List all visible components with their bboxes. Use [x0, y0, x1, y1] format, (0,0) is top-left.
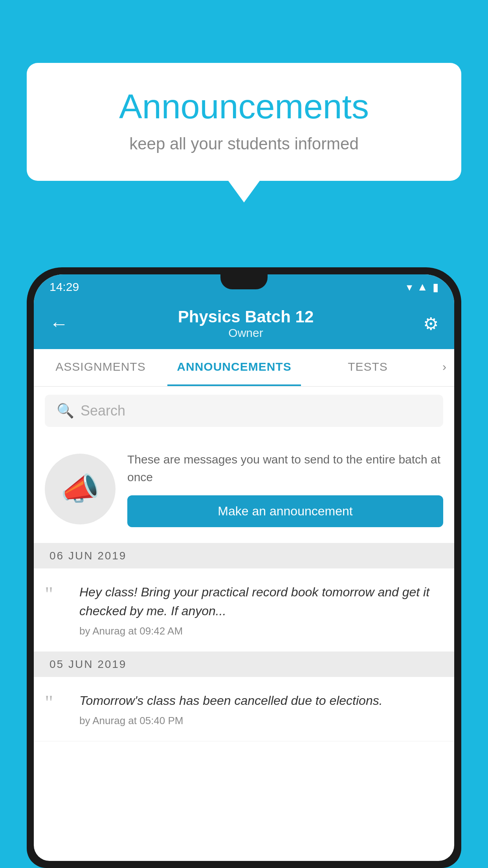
speech-bubble-container: Announcements keep all your students inf…: [27, 63, 461, 202]
back-button[interactable]: ←: [50, 313, 68, 335]
announcement-text-1: Hey class! Bring your practical record b…: [79, 583, 443, 620]
make-announcement-button[interactable]: Make an announcement: [127, 495, 443, 527]
settings-button[interactable]: ⚙: [423, 314, 438, 334]
header-title-area: Physics Batch 12 Owner: [68, 307, 423, 340]
quote-icon-1: ": [45, 584, 68, 605]
status-bar: 14:29 ▾ ▲ ▮: [34, 274, 454, 300]
date-separator-1: 06 JUN 2019: [34, 543, 454, 568]
announcement-content-2: Tomorrow's class has been cancelled due …: [79, 691, 443, 727]
app-header: ← Physics Batch 12 Owner ⚙: [34, 300, 454, 349]
speech-bubble-title: Announcements: [58, 86, 430, 127]
promo-card: 📣 These are messages you want to send to…: [34, 435, 454, 543]
speech-bubble: Announcements keep all your students inf…: [27, 63, 461, 181]
promo-description: These are messages you want to send to t…: [127, 451, 443, 486]
search-icon: 🔍: [57, 403, 74, 419]
announcement-content-1: Hey class! Bring your practical record b…: [79, 583, 443, 637]
announcement-item-2[interactable]: " Tomorrow's class has been cancelled du…: [34, 677, 454, 741]
status-time: 14:29: [50, 280, 79, 294]
speech-bubble-arrow: [228, 181, 260, 202]
megaphone-icon: 📣: [61, 471, 100, 508]
battery-icon: ▮: [433, 281, 438, 294]
phone-frame: 14:29 ▾ ▲ ▮ ← Physics Batch 12 Owner ⚙ A…: [27, 267, 461, 868]
search-placeholder: Search: [81, 403, 125, 419]
wifi-icon: ▾: [407, 281, 412, 294]
tab-bar: ASSIGNMENTS ANNOUNCEMENTS TESTS ›: [34, 349, 454, 387]
announcement-text-2: Tomorrow's class has been cancelled due …: [79, 691, 443, 710]
tab-assignments[interactable]: ASSIGNMENTS: [34, 349, 167, 386]
date-separator-2: 05 JUN 2019: [34, 652, 454, 677]
status-icons: ▾ ▲ ▮: [407, 281, 438, 294]
signal-icon: ▲: [417, 281, 428, 293]
batch-role: Owner: [68, 326, 423, 340]
batch-title: Physics Batch 12: [68, 307, 423, 326]
tab-tests[interactable]: TESTS: [301, 349, 435, 386]
search-container: 🔍 Search: [34, 387, 454, 435]
tab-announcements[interactable]: ANNOUNCEMENTS: [167, 349, 301, 386]
tab-more-button[interactable]: ›: [435, 349, 454, 386]
notch: [220, 274, 268, 289]
announcement-meta-1: by Anurag at 09:42 AM: [79, 625, 443, 637]
quote-icon-2: ": [45, 693, 68, 713]
search-bar[interactable]: 🔍 Search: [45, 395, 443, 427]
announcement-item-1[interactable]: " Hey class! Bring your practical record…: [34, 568, 454, 652]
promo-content: These are messages you want to send to t…: [127, 451, 443, 527]
phone-screen: 14:29 ▾ ▲ ▮ ← Physics Batch 12 Owner ⚙ A…: [34, 274, 454, 861]
speech-bubble-subtitle: keep all your students informed: [58, 134, 430, 153]
promo-icon-circle: 📣: [45, 454, 116, 524]
announcement-meta-2: by Anurag at 05:40 PM: [79, 715, 443, 727]
